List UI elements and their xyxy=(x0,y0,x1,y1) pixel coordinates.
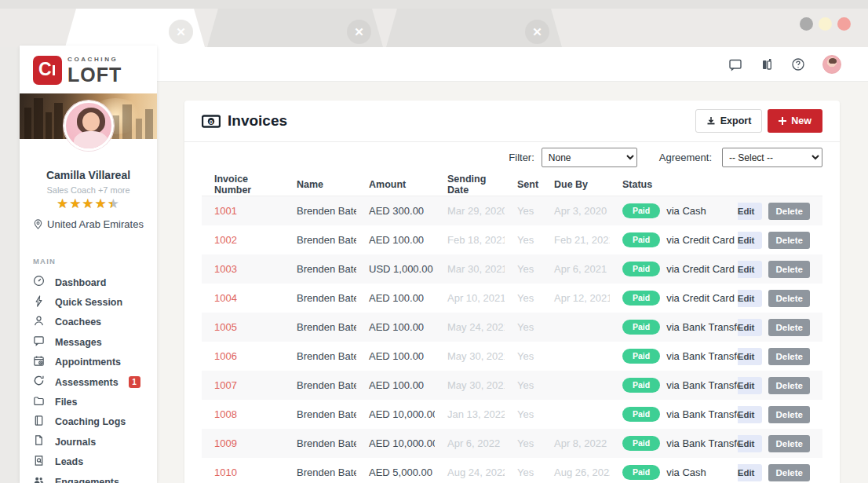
invoice-number-link[interactable]: 1005 xyxy=(214,321,237,333)
delete-button[interactable]: Delete xyxy=(768,377,810,394)
invoice-number-link[interactable]: 1003 xyxy=(214,263,237,275)
delete-button[interactable]: Delete xyxy=(768,319,810,336)
edit-button[interactable]: Edit xyxy=(738,261,762,278)
lightning-icon xyxy=(33,295,45,310)
location-pin-icon xyxy=(33,219,43,229)
sidebar-item-files[interactable]: Files xyxy=(20,392,157,412)
edit-button[interactable]: Edit xyxy=(738,464,762,481)
delete-button[interactable]: Delete xyxy=(768,348,810,365)
invoice-name: Brenden Bate xyxy=(284,350,356,362)
invoice-number-link[interactable]: 1010 xyxy=(214,467,237,478)
delete-button[interactable]: Delete xyxy=(768,290,810,307)
payment-method: via Credit Card xyxy=(666,292,735,304)
sidebar-item-quick-session[interactable]: Quick Session xyxy=(20,292,157,312)
help-icon[interactable] xyxy=(791,57,805,71)
filter-select[interactable]: None xyxy=(542,148,637,167)
edit-button[interactable]: Edit xyxy=(738,290,762,307)
invoice-amount: AED 10,000.00 xyxy=(356,437,435,449)
invoices-table: Invoice NumberNameAmountSending DateSent… xyxy=(184,173,840,483)
edit-button[interactable]: Edit xyxy=(738,348,762,365)
sidebar-item-assessments[interactable]: Assessments 1 xyxy=(20,372,157,392)
status-badge: Paid xyxy=(622,378,660,393)
profile-avatar[interactable] xyxy=(64,101,114,151)
plus-icon xyxy=(779,117,786,125)
sidebar-item-messages[interactable]: Messages xyxy=(20,332,157,352)
edit-button[interactable]: Edit xyxy=(738,435,762,452)
assessments-badge: 1 xyxy=(129,376,140,388)
user-avatar[interactable] xyxy=(822,55,841,74)
invoice-number-link[interactable]: 1002 xyxy=(214,234,237,246)
tab-close-icon[interactable]: ✕ xyxy=(347,20,371,44)
column-header-name: Name xyxy=(284,179,356,190)
table-row: 1002 Brenden Bate AED 100.00 Feb 18, 202… xyxy=(202,225,822,254)
sidebar-item-label: Journals xyxy=(55,437,96,448)
folder-icon xyxy=(33,395,45,410)
download-icon xyxy=(706,116,716,126)
sidebar-item-label: Messages xyxy=(55,337,102,348)
edit-button[interactable]: Edit xyxy=(738,406,762,423)
sidebar-item-coachees[interactable]: Coachees xyxy=(20,313,157,332)
invoice-sending-date: Mar 29, 2020 xyxy=(435,205,505,217)
invoice-number-link[interactable]: 1007 xyxy=(214,379,237,391)
invoice-number-link[interactable]: 1001 xyxy=(214,205,237,217)
new-button[interactable]: New xyxy=(768,109,822,133)
delete-button[interactable]: Delete xyxy=(768,261,810,278)
sidebar-item-label: Engagements xyxy=(55,477,119,483)
invoice-number-link[interactable]: 1009 xyxy=(214,437,237,449)
edit-button[interactable]: Edit xyxy=(738,377,762,394)
export-button[interactable]: Export xyxy=(695,109,763,133)
invoice-number-link[interactable]: 1006 xyxy=(214,350,237,362)
payment-method: via Bank Transfer xyxy=(666,408,738,420)
window-top-strip xyxy=(0,0,868,9)
invoice-sent: Yes xyxy=(505,321,542,333)
sidebar-item-coaching-logs[interactable]: Coaching Logs xyxy=(20,412,157,432)
delete-button[interactable]: Delete xyxy=(768,406,810,423)
payment-method: via Cash xyxy=(666,205,706,217)
invoice-due-by: Apr 12, 2021 xyxy=(542,292,610,304)
edit-button[interactable]: Edit xyxy=(738,203,762,220)
invoice-name: Brenden Bate xyxy=(284,234,356,246)
invoice-due-by: Apr 6, 2021 xyxy=(542,263,610,275)
edit-button[interactable]: Edit xyxy=(738,319,762,336)
status-badge: Paid xyxy=(622,465,660,480)
agreement-select[interactable]: -- Select -- xyxy=(722,148,822,167)
delete-button[interactable]: Delete xyxy=(768,464,810,481)
invoice-sent: Yes xyxy=(505,437,542,449)
messages-icon[interactable] xyxy=(728,57,742,71)
delete-button[interactable]: Delete xyxy=(768,232,810,249)
invoice-sending-date: Feb 18, 2021 xyxy=(435,234,505,246)
invoice-name: Brenden Bate xyxy=(284,467,356,478)
column-header-status: Status xyxy=(610,179,738,190)
delete-button[interactable]: Delete xyxy=(768,435,810,452)
app-window: ✕ ✕ ✕ C COACHING LOFT xyxy=(0,0,868,483)
table-row: 1001 Brenden Bate AED 300.00 Mar 29, 202… xyxy=(202,196,822,225)
window-control-yellow-icon[interactable] xyxy=(819,17,832,31)
edit-button[interactable]: Edit xyxy=(738,232,762,249)
chat-icon xyxy=(33,335,45,349)
brand-logo[interactable]: C COACHING LOFT xyxy=(20,46,157,93)
books-icon[interactable] xyxy=(760,57,774,71)
table-row: 1005 Brenden Bate AED 100.00 May 24, 202… xyxy=(202,313,822,342)
sidebar-item-dashboard[interactable]: Dashboard xyxy=(20,273,157,292)
payment-method: via Cash xyxy=(666,467,706,478)
sidebar-item-leads[interactable]: Leads xyxy=(20,452,157,472)
invoice-table-body: 1001 Brenden Bate AED 300.00 Mar 29, 202… xyxy=(202,196,822,483)
invoice-name: Brenden Bate xyxy=(284,321,356,333)
table-row: 1009 Brenden Bate AED 10,000.00 Apr 6, 2… xyxy=(202,429,822,458)
tab-close-icon[interactable]: ✕ xyxy=(169,20,193,44)
tab-close-icon[interactable]: ✕ xyxy=(525,20,549,44)
sidebar-item-journals[interactable]: Journals xyxy=(20,432,157,452)
invoice-number-link[interactable]: 1008 xyxy=(214,408,237,420)
table-row: 1010 Brenden Bate AED 5,000.00 Aug 24, 2… xyxy=(202,458,822,483)
browser-tab-bar: ✕ ✕ ✕ xyxy=(0,0,868,47)
invoice-number-link[interactable]: 1004 xyxy=(214,292,237,304)
sync-icon xyxy=(33,375,45,390)
window-control-gray-icon[interactable] xyxy=(800,17,813,31)
sidebar-menu: Dashboard Quick Session Coachees Message… xyxy=(20,265,157,483)
sidebar-item-engagements[interactable]: Engagements xyxy=(20,472,157,483)
window-control-pink-icon[interactable] xyxy=(837,17,851,31)
delete-button[interactable]: Delete xyxy=(768,203,810,220)
sidebar-item-appointments[interactable]: Appointments xyxy=(20,353,157,372)
invoice-sending-date: Aug 24, 2022 xyxy=(435,467,505,478)
sidebar-item-label: Dashboard xyxy=(55,277,106,288)
